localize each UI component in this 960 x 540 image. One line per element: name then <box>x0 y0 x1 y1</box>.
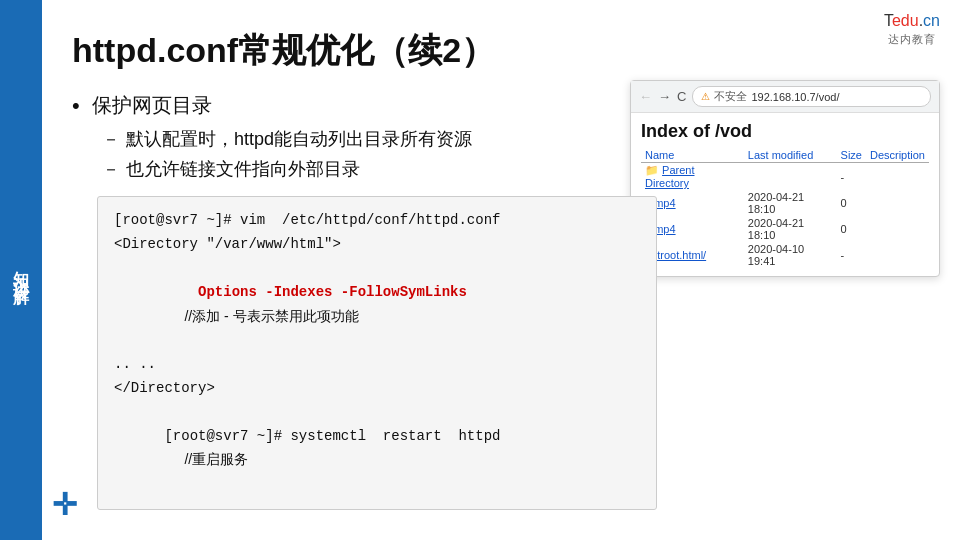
brand-logo: Tedu.cn 达内教育 <box>884 12 940 47</box>
sidebar: 知识讲解 <box>0 0 42 540</box>
code-line3: Options -Indexes -FollowSymLinks //添加 - … <box>114 257 640 353</box>
logo-cn: cn <box>923 12 940 29</box>
col-size: Size <box>837 148 866 163</box>
file-description <box>866 242 929 268</box>
index-title: Index of /vod <box>641 121 929 142</box>
file-modified <box>744 163 837 191</box>
col-name: Name <box>641 148 744 163</box>
file-size: - <box>837 163 866 191</box>
address-url: 192.168.10.7/vod/ <box>751 91 839 103</box>
logo-edu: edu <box>892 12 919 29</box>
logo-text: Tedu.cn <box>884 12 940 30</box>
code-line5: </Directory> <box>114 377 640 401</box>
logo-subtitle: 达内教育 <box>888 32 936 47</box>
col-modified: Last modified <box>744 148 837 163</box>
dash2: － <box>102 157 120 181</box>
file-description <box>866 216 929 242</box>
address-text: 不安全 <box>714 89 747 104</box>
file-size: 0 <box>837 190 866 216</box>
file-size: 0 <box>837 216 866 242</box>
code-comment1: //添加 - 号表示禁用此项功能 <box>184 308 358 324</box>
bullet-sub1-text: 默认配置时，httpd能自动列出目录所有资源 <box>126 127 472 151</box>
code-line2: <Directory "/var/www/html"> <box>114 233 640 257</box>
browser-body: Index of /vod Name Last modified Size De… <box>631 113 939 276</box>
main-content: Tedu.cn 达内教育 httpd.conf常规优化（续2） • 保护网页目录… <box>42 0 960 540</box>
file-table: Name Last modified Size Description 📁 Pa… <box>641 148 929 268</box>
code-block: [root@svr7 ~]# vim /etc/httpd/conf/httpd… <box>97 196 657 510</box>
address-bar[interactable]: ⚠ 不安全 192.168.10.7/vod/ <box>692 86 931 107</box>
file-size: - <box>837 242 866 268</box>
file-description <box>866 190 929 216</box>
sidebar-label: 知识讲解 <box>11 258 30 282</box>
logo-t: T <box>884 12 892 29</box>
lock-icon: ⚠ <box>701 91 710 102</box>
code-line6: [root@svr7 ~]# systemctl restart httpd /… <box>114 401 640 497</box>
browser-bar: ← → C ⚠ 不安全 192.168.10.7/vod/ <box>631 81 939 113</box>
page-title: httpd.conf常规优化（续2） <box>72 28 930 74</box>
browser-window: ← → C ⚠ 不安全 192.168.10.7/vod/ Index of /… <box>630 80 940 277</box>
bullet-main-text: 保护网页目录 <box>92 92 212 119</box>
bottom-logo-symbol: ✛ <box>52 488 77 521</box>
file-modified: 2020-04-21 18:10 <box>744 190 837 216</box>
file-modified: 2020-04-21 18:10 <box>744 216 837 242</box>
table-row: 2.mp42020-04-21 18:100 <box>641 216 929 242</box>
bullet-dot: • <box>72 93 80 119</box>
refresh-button[interactable]: C <box>677 89 686 104</box>
file-description <box>866 163 929 191</box>
code-line1: [root@svr7 ~]# vim /etc/httpd/conf/httpd… <box>114 209 640 233</box>
forward-button[interactable]: → <box>658 89 671 104</box>
table-row: 📁 Parent Directory- <box>641 163 929 191</box>
bottom-logo: ✛ <box>52 487 77 522</box>
code-options: Options -Indexes -FollowSymLinks <box>164 284 466 300</box>
code-line4: .. .. <box>114 353 640 377</box>
dash1: － <box>102 127 120 151</box>
bullet-sub2-text: 也允许链接文件指向外部目录 <box>126 157 360 181</box>
code-comment2: //重启服务 <box>184 451 248 467</box>
table-row: getroot.html/2020-04-10 19:41- <box>641 242 929 268</box>
col-description: Description <box>866 148 929 163</box>
file-modified: 2020-04-10 19:41 <box>744 242 837 268</box>
back-button[interactable]: ← <box>639 89 652 104</box>
table-row: 1.mp42020-04-21 18:100 <box>641 190 929 216</box>
folder-icon: 📁 <box>645 164 662 176</box>
